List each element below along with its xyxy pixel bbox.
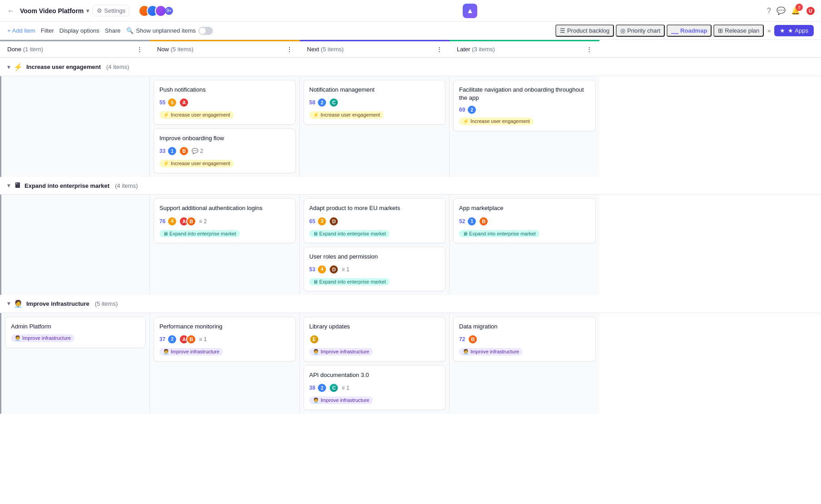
card-marketplace[interactable]: App marketplace 52 1 B 🖥 Expand into ent…	[453, 198, 596, 243]
help-icon[interactable]: ?	[767, 7, 771, 15]
section-infra-count: (5 items)	[95, 300, 118, 307]
section-engagement-count: (4 items)	[106, 64, 129, 70]
card-perf-priority: 2	[168, 335, 176, 343]
app-logo: ▲	[463, 4, 477, 18]
avatar-migration-1: B	[468, 334, 478, 344]
card-perf-comments: ≡ 1	[199, 336, 207, 343]
title-text: Voom Video Platform	[20, 7, 84, 15]
avatar-group: 9+	[138, 5, 173, 17]
auth-tag-label: 🖥 Expand into enterprise market	[159, 230, 240, 237]
card-api-priority: 2	[318, 384, 326, 392]
sub-nav: + Add item Filter Display options Share …	[0, 22, 821, 40]
back-button[interactable]: ←	[5, 5, 16, 17]
card-lib-updates[interactable]: Library updates E 🧑‍💼 Improve infrastruc…	[303, 317, 445, 362]
card-onboarding-priority: 1	[168, 147, 176, 155]
apps-button[interactable]: ★ ★ Apps	[774, 25, 814, 36]
col-header-later: Later (3 items) ⋮	[450, 40, 599, 57]
avatar-marketplace-1: B	[479, 216, 489, 226]
card-notif-mgmt[interactable]: Notification management 58 2 C ⚡ Increas…	[303, 80, 445, 125]
search-icon: 🔍	[126, 27, 134, 34]
section-engagement: ▾ ⚡ Increase user engagement (4 items) P…	[0, 58, 821, 177]
card-admin-platform[interactable]: Admin Platform 🧑‍💼 Improve infrastructur…	[5, 317, 146, 348]
engagement-later-col: Facilitate navigation and onboarding thr…	[450, 76, 599, 177]
card-push-priority: 5	[168, 98, 176, 107]
card-roles-comments: ≡ 1	[341, 266, 349, 273]
card-roles-priority: 4	[318, 265, 326, 274]
nav-tag-label: ⚡ Increase user engagement	[459, 117, 534, 125]
card-migration-title: Data migration	[459, 323, 590, 331]
section-engagement-chevron[interactable]: ▾	[7, 64, 10, 70]
card-perf-tag: 🧑‍💼 Improve infrastructure	[159, 348, 290, 356]
marketplace-tag-label: 🖥 Expand into enterprise market	[459, 230, 539, 237]
bell-icon[interactable]: 🔔 3	[791, 6, 800, 15]
priority-chart-btn[interactable]: ◎ Priority chart	[616, 24, 665, 37]
backlog-label: Product backlog	[567, 27, 609, 34]
col-header-done: Done (1 item) ⋮	[0, 40, 150, 57]
card-facilitate-nav[interactable]: Facilitate navigation and onboarding thr…	[453, 80, 596, 131]
product-backlog-btn[interactable]: ☰ Product backlog	[555, 24, 614, 37]
card-admin-tag: 🧑‍💼 Improve infrastructure	[11, 334, 140, 342]
avatar-api-1: C	[329, 383, 339, 393]
card-user-roles[interactable]: User roles and permission 53 4 D ≡ 1 🖥 E…	[303, 247, 445, 291]
card-push-notifications[interactable]: Push notifications 55 5 A ⚡ Increase use…	[153, 80, 296, 125]
avatar-notif-1: C	[329, 98, 339, 108]
display-options-button[interactable]: Display options	[59, 27, 99, 34]
apps-star-icon: ★	[780, 27, 785, 34]
more-views-button[interactable]: »	[766, 25, 772, 36]
card-perf-monitoring[interactable]: Performance monitoring 37 2 A B ≡ 1 🧑‍💼 …	[153, 317, 296, 362]
infra-next-col: Library updates E 🧑‍💼 Improve infrastruc…	[300, 313, 450, 414]
card-roles-tag: 🖥 Expand into enterprise market	[309, 278, 440, 285]
show-unplanned-toggle[interactable]: 🔍 Show unplanned items	[126, 27, 213, 35]
card-notif-title: Notification management	[309, 86, 440, 94]
lib-tag-label: 🧑‍💼 Improve infrastructure	[309, 348, 373, 356]
enterprise-now-col: Support additional authentication logins…	[150, 195, 300, 294]
unplanned-toggle-switch[interactable]	[198, 27, 213, 35]
card-api-comments: ≡ 1	[341, 385, 349, 391]
card-nav-id: 69	[459, 107, 465, 113]
card-data-migration[interactable]: Data migration 72 B 🧑‍💼 Improve infrastr…	[453, 317, 596, 362]
card-auth-logins[interactable]: Support additional authentication logins…	[153, 198, 296, 243]
section-engagement-header: ▾ ⚡ Increase user engagement (4 items)	[0, 58, 821, 76]
section-enterprise-chevron[interactable]: ▾	[7, 182, 10, 189]
col-now-menu[interactable]: ⋮	[287, 46, 292, 53]
col-later-menu[interactable]: ⋮	[586, 46, 592, 53]
user-avatar[interactable]: U	[806, 6, 816, 16]
release-plan-btn[interactable]: ⊞ Release plan	[713, 24, 764, 37]
col-next-menu[interactable]: ⋮	[436, 46, 442, 53]
card-api-docs[interactable]: API documentation 3.0 38 2 C ≡ 1 🧑‍💼 Imp…	[303, 365, 445, 410]
onboarding-tag-label: ⚡ Increase user engagement	[159, 160, 234, 167]
card-roles-meta: 53 4 D ≡ 1	[309, 264, 440, 274]
settings-label: Settings	[104, 7, 125, 14]
card-nav-meta: 69 2	[459, 106, 590, 114]
col-done-menu[interactable]: ⋮	[137, 46, 143, 53]
share-button[interactable]: Share	[105, 27, 121, 34]
filter-button[interactable]: Filter	[41, 27, 54, 34]
card-eu-title: Adapt product to more EU markets	[309, 204, 440, 212]
roadmap-btn[interactable]: ⎯⎯ Roadmap	[667, 24, 712, 37]
infra-now-col: Performance monitoring 37 2 A B ≡ 1 🧑‍💼 …	[150, 313, 300, 414]
card-onboarding-id: 33	[159, 148, 165, 154]
settings-button[interactable]: ⚙ Settings	[93, 5, 129, 16]
section-infra-chevron[interactable]: ▾	[7, 300, 10, 307]
push-tag-label: ⚡ Increase user engagement	[159, 111, 234, 119]
engagement-done-col	[0, 76, 150, 177]
card-lib-meta: E	[309, 334, 440, 344]
section-enterprise: ▾ 🖥 Expand into enterprise market (4 ite…	[0, 177, 821, 294]
card-onboarding[interactable]: Improve onboarding flow 33 1 B 💬 2 ⚡ Inc…	[153, 128, 296, 173]
col-next-label: Next (5 items)	[307, 46, 344, 53]
card-nav-priority: 2	[468, 106, 476, 114]
card-notif-meta: 58 2 C	[309, 98, 440, 108]
title-chevron[interactable]: ▾	[86, 8, 89, 14]
card-auth-id: 76	[159, 218, 165, 225]
card-api-meta: 38 2 C ≡ 1	[309, 383, 440, 393]
add-item-button[interactable]: + Add item	[7, 27, 35, 34]
card-eu-markets[interactable]: Adapt product to more EU markets 65 3 D …	[303, 198, 445, 243]
card-migration-tag: 🧑‍💼 Improve infrastructure	[459, 348, 590, 356]
card-marketplace-tag: 🖥 Expand into enterprise market	[459, 230, 590, 237]
card-perf-avatars: A B	[179, 334, 196, 344]
card-auth-avatars: A B	[179, 216, 196, 226]
card-notif-avatars: C	[329, 98, 339, 108]
card-push-meta: 55 5 A	[159, 98, 290, 108]
notif-tag-label: ⚡ Increase user engagement	[309, 111, 384, 119]
chat-icon[interactable]: 💬	[776, 6, 786, 15]
